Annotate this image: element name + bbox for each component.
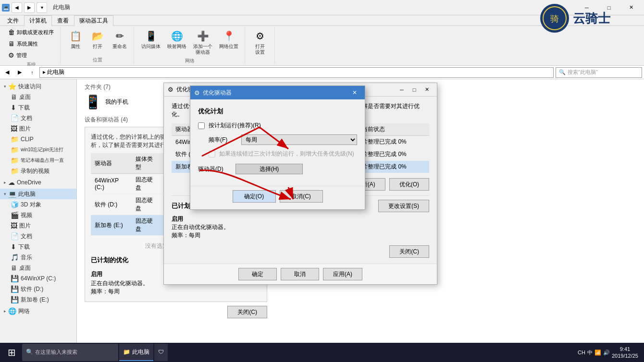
btn-uninstall[interactable]: 🗑 卸载或更改程序 — [6, 27, 56, 37]
outer-minimize-btn[interactable]: ─ — [396, 84, 408, 95]
outer-cancel-btn[interactable]: 取消 — [281, 268, 319, 280]
drive-type-e: 固态硬盘 — [132, 215, 160, 236]
address-field[interactable]: ▸ 此电脑 — [39, 67, 554, 78]
sidebar-item-this-pc[interactable]: ▾ 💻 此电脑 — [0, 189, 76, 199]
taskbar-search[interactable]: 🔍 在这里输入来搜索 — [22, 344, 118, 361]
inner-checkbox2-row: 如果连续错过三次计划的运行，则增大任务优先级(N) — [209, 150, 357, 158]
btn-map-drive[interactable]: 🌐 映射网络 — [165, 27, 189, 51]
inner-ok-btn[interactable]: 确定(O) — [233, 190, 276, 203]
sidebar: ▾ ⭐ 快速访问 🖥桌面 ⬇下载 📄文档 🖼图片 📁CLIP — [0, 79, 77, 350]
outer-close-dialog-btn[interactable]: 关闭(C) — [389, 245, 429, 258]
taskbar-yunqishi[interactable]: 🛡 — [154, 344, 168, 361]
sidebar-item-downloads2[interactable]: ⬇下载 — [0, 241, 76, 252]
sidebar-item-video[interactable]: 🎬视频 — [0, 210, 76, 220]
outer-optimize-btn[interactable]: 优化(O) — [389, 178, 429, 191]
search-field[interactable]: 🔍 搜索"此电脑" — [556, 67, 642, 78]
sidebar-item-notebook[interactable]: 📁笔记本磁盘占用一直 — [0, 155, 76, 166]
btn-open[interactable]: 📂 打开 — [87, 27, 108, 51]
taskbar-explorer[interactable]: 📁 此电脑 — [119, 344, 153, 361]
nav-back[interactable]: ◀ — [2, 67, 12, 78]
yunqishi-logo: 骑 云骑士 — [540, 4, 636, 33]
outer-ok-btn[interactable]: 确定 — [238, 268, 277, 280]
address-path: ▸ 此电脑 — [43, 68, 64, 76]
outer-maximize-btn[interactable]: □ — [408, 84, 421, 95]
sidebar-item-desktop1[interactable]: 🖥桌面 — [0, 92, 76, 102]
sidebar-item-d-drive[interactable]: 💾软件 (D:) — [0, 284, 76, 294]
drive-name-d: 软件 (D:) — [91, 194, 132, 215]
nav-forward[interactable]: ▶ — [14, 67, 25, 78]
outer-close-x-btn[interactable]: ✕ — [421, 84, 433, 95]
btn-rename[interactable]: ✏ 重命名 — [110, 27, 130, 51]
sidebar-item-e-drive[interactable]: 💾新加卷 (E:) — [0, 294, 76, 305]
tab-file[interactable]: 文件 — [2, 15, 24, 26]
btn-system-props[interactable]: 🖥 系统属性 — [6, 38, 56, 49]
sidebar-item-downloads1[interactable]: ⬇下载 — [0, 102, 76, 113]
schedule-status-line2: 频率：每周 — [91, 288, 261, 296]
nav-up[interactable]: ↑ — [27, 67, 37, 78]
drive-select-btn[interactable]: 选择(H) — [235, 164, 303, 174]
inner-schedule-dialog: ⚙ 优化驱动器 ✕ 优化计划 按计划运行(推荐)(R) 频率(F) 每天 每周 … — [190, 85, 365, 210]
inner-cancel-btn[interactable]: 取消(C) — [280, 190, 323, 203]
inner-drive-row: 驱动器(D) 选择(H) — [198, 164, 357, 174]
btn-manage[interactable]: ⚙ 管理 — [6, 50, 56, 60]
btn-open-settings[interactable]: ⚙ 打开设置 — [250, 27, 270, 57]
btn-access-media[interactable]: 📱 访问媒体 — [139, 27, 163, 51]
checkbox1-label: 按计划运行(推荐)(R) — [209, 121, 261, 130]
quick-access-dropdown[interactable]: ▾ — [37, 2, 47, 13]
sidebar-item-onedrive[interactable]: ▸ ☁ OneDrive — [0, 177, 76, 188]
yunqishi-icon-bg: 骑 — [540, 4, 569, 33]
sidebar-section-quick: ▾ ⭐ 快速访问 🖥桌面 ⬇下载 📄文档 🖼图片 📁CLIP — [0, 81, 76, 176]
phone-label: 我的手机 — [105, 98, 128, 106]
tray-volume-icon: 🔊 — [603, 350, 610, 356]
taskbar-clock[interactable]: 9:41 2019/12/25 — [612, 346, 638, 360]
sidebar-item-music[interactable]: 🎵音乐 — [0, 252, 76, 263]
phone-icon: 📱 — [85, 94, 101, 110]
inner-dialog-actions: 确定(O) 取消(C) — [190, 186, 365, 209]
sidebar-item-docs1[interactable]: 📄文档 — [0, 113, 76, 123]
outer-confirm-bar: 确定 取消 应用(A) — [164, 264, 437, 284]
quick-access-back[interactable]: ◀ — [12, 2, 22, 13]
freq-select[interactable]: 每天 每周 每月 — [241, 134, 357, 145]
folders-count: 文件夹 (7) — [85, 84, 111, 90]
drives-table-col-drive: 驱动器 — [91, 153, 132, 174]
tab-computer[interactable]: 计算机 — [24, 15, 52, 26]
svg-text:骑: 骑 — [550, 14, 559, 24]
tab-view[interactable]: 查看 — [52, 15, 74, 26]
checkbox-priority[interactable] — [209, 151, 215, 157]
outer-status-title: 启用 — [172, 215, 429, 223]
sidebar-item-recorded[interactable]: 📁录制的视频 — [0, 166, 76, 176]
window-title: 此电脑 — [53, 3, 70, 12]
taskbar: ⊞ 🔍 在这里输入来搜索 📁 此电脑 🛡 CH 中 📶 🔊 9:41 2019/… — [0, 343, 644, 362]
btn-add-drive[interactable]: ➕ 添加一个驱动器 — [191, 27, 215, 57]
btn-network-location[interactable]: 📍 网络位置 — [217, 27, 241, 51]
sidebar-item-desktop2[interactable]: 🖥桌面 — [0, 263, 76, 273]
drive-name-c: 64WinXP (C:) — [91, 174, 132, 194]
search-bar-icon: 🔍 — [26, 349, 33, 355]
sidebar-item-c-drive[interactable]: 💾64WinXP (C:) — [0, 273, 76, 284]
inner-close-btn[interactable]: ✕ — [348, 87, 361, 98]
tab-driver-tools[interactable]: 驱动器工具 — [74, 15, 113, 26]
drive-name-e: 新加卷 (E:) — [91, 215, 132, 236]
inner-freq-row: 频率(F) 每天 每周 每月 — [209, 134, 357, 145]
sidebar-item-network[interactable]: ▸ 🌐 网络 — [0, 306, 76, 316]
sidebar-item-quick-access[interactable]: ▾ ⭐ 快速访问 — [0, 81, 76, 92]
outer-close-btn[interactable]: 关闭(C) — [227, 306, 267, 318]
sidebar-item-pics1[interactable]: 🖼图片 — [0, 123, 76, 134]
freq-label: 频率(F) — [209, 136, 237, 144]
search-placeholder: 搜索"此电脑" — [568, 69, 598, 76]
search-bar-text: 在这里输入来搜索 — [35, 349, 77, 356]
outer-apply-btn[interactable]: 应用(A) — [323, 268, 362, 280]
drive-type-d: 固态硬盘 — [132, 194, 160, 215]
start-button[interactable]: ⊞ — [2, 344, 21, 361]
taskbar-explorer-label: 此电脑 — [132, 348, 149, 356]
btn-props[interactable]: 📋 属性 — [65, 27, 86, 51]
sidebar-item-win10[interactable]: 📁win10忘记pin无法打 — [0, 145, 76, 155]
sidebar-item-3d[interactable]: 🧊3D 对象 — [0, 199, 76, 210]
sidebar-item-clip[interactable]: 📁CLIP — [0, 134, 76, 145]
sidebar-item-pics2[interactable]: 🖼图片 — [0, 220, 76, 231]
outer-change-settings-btn[interactable]: 更改设置(S) — [378, 200, 429, 212]
quick-access-forward[interactable]: ▶ — [24, 2, 35, 13]
checkbox-scheduled[interactable] — [198, 122, 205, 129]
inner-dialog-title: 优化驱动器 — [203, 89, 348, 97]
sidebar-item-docs2[interactable]: 📄文档 — [0, 231, 76, 241]
